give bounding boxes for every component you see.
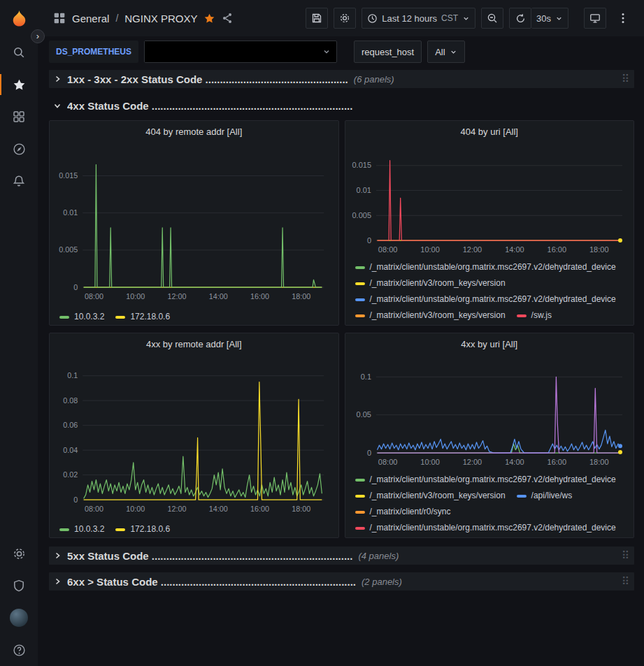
legend-item[interactable]: /_matrix/client/unstable/org.matrix.msc2…	[355, 523, 616, 533]
legend-item[interactable]: /_matrix/client/v3/room_keys/version	[355, 491, 506, 501]
breadcrumb: General / NGINX PROXY	[53, 12, 233, 24]
legend-item[interactable]: /sw.js	[517, 310, 552, 321]
legend-item[interactable]: 172.18.0.6	[115, 524, 170, 535]
sidebar-item-configuration[interactable]	[0, 537, 38, 570]
clock-icon	[367, 13, 378, 24]
legend-item[interactable]: 10.0.3.2	[59, 524, 104, 535]
svg-text:0.04: 0.04	[63, 445, 78, 454]
row-6xx[interactable]: 6xx > Status Code ......................…	[49, 572, 634, 591]
row-panel-count: (4 panels)	[358, 551, 399, 561]
svg-text:08:00: 08:00	[85, 291, 103, 300]
row-panel-count: (6 panels)	[354, 74, 394, 85]
sidebar-item-alerting[interactable]	[0, 165, 38, 197]
sidebar-item-explore[interactable]	[0, 133, 38, 165]
legend-item[interactable]: /_matrix/client/v3/room_keys/version	[355, 278, 506, 289]
sidebar-expand-button[interactable]: ›	[31, 29, 45, 43]
legend-item[interactable]: /_matrix/client/unstable/org.matrix.msc2…	[355, 294, 616, 305]
time-range-label: Last 12 hours	[382, 13, 437, 24]
time-range-picker[interactable]: Last 12 hours CST	[362, 8, 475, 29]
svg-text:0.015: 0.015	[352, 161, 371, 169]
panel-header[interactable]: 4xx by remote addr [All]	[55, 336, 333, 353]
sidebar-item-starred[interactable]	[0, 68, 38, 101]
svg-text:16:00: 16:00	[250, 291, 269, 300]
datasource-variable-label[interactable]: DS_PROMETHEUS	[49, 41, 138, 63]
svg-text:12:00: 12:00	[462, 245, 482, 254]
save-dashboard-button[interactable]	[306, 8, 328, 29]
row-panel-count: (2 panels)	[362, 577, 402, 587]
request-host-variable-value: All	[435, 47, 445, 57]
panel-header[interactable]: 404 by remote addr [All]	[55, 124, 333, 140]
request-host-variable-select[interactable]: All	[427, 41, 464, 63]
datasource-variable-select[interactable]	[144, 41, 337, 63]
legend-item[interactable]: /_matrix/client/unstable/org.matrix.msc2…	[355, 475, 616, 485]
legend-series-label: /sw.js	[531, 310, 552, 321]
dashboard-title[interactable]: NGINX PROXY	[124, 13, 197, 24]
refresh-interval-picker[interactable]: 30s	[531, 8, 568, 29]
svg-text:16:00: 16:00	[250, 504, 269, 512]
panel-header[interactable]: 404 by uri [All]	[351, 124, 629, 140]
row-drag-handle[interactable]: ⠿	[622, 575, 630, 588]
sidebar-item-dashboards[interactable]	[0, 101, 38, 133]
kebab-menu-icon	[622, 13, 624, 24]
svg-text:0.1: 0.1	[67, 371, 78, 379]
svg-text:14:00: 14:00	[209, 504, 228, 512]
legend-item[interactable]: 10.0.3.2	[59, 312, 104, 322]
legend-item[interactable]: /_matrix/client/r0/sync	[355, 507, 451, 517]
dashboard-settings-button[interactable]	[334, 8, 356, 29]
row-1xx-3xx-2xx[interactable]: 1xx - 3xx - 2xx Status Code ............…	[49, 70, 634, 88]
row-title: 4xx Status Code ........................…	[67, 100, 352, 112]
legend-series-label: 172.18.0.6	[130, 524, 170, 535]
svg-text:16:00: 16:00	[547, 458, 566, 466]
chart-legend: 10.0.3.2172.18.0.6	[55, 524, 333, 535]
svg-text:14:00: 14:00	[209, 291, 228, 300]
legend-item[interactable]: 172.18.0.6	[115, 312, 170, 322]
panel-404-by-uri: 404 by uri [All] 00.0050.010.01508:0010:…	[345, 120, 635, 326]
svg-text:10:00: 10:00	[420, 458, 440, 466]
svg-text:14:00: 14:00	[505, 458, 524, 466]
chevron-right-icon	[53, 75, 64, 83]
chevron-down-icon	[322, 48, 331, 56]
zoom-out-time-button[interactable]	[481, 8, 503, 29]
panel-4xx-by-remote-addr: 4xx by remote addr [All] 00.020.040.060.…	[49, 333, 339, 538]
legend-item[interactable]: /_matrix/client/v3/room_keys/version	[355, 310, 506, 321]
row-drag-handle[interactable]: ⠿	[622, 73, 630, 85]
svg-text:16:00: 16:00	[547, 245, 566, 254]
sidebar	[0, 0, 38, 666]
legend-series-color	[115, 528, 125, 531]
time-series-chart[interactable]: 00.0050.010.01508:0010:0012:0014:0016:00…	[55, 152, 334, 303]
legend-item[interactable]: /_matrix/client/unstable/org.matrix.msc2…	[355, 262, 616, 273]
avatar	[10, 609, 28, 627]
legend-series-color	[355, 314, 365, 317]
sidebar-item-server-admin[interactable]	[0, 570, 38, 602]
legend-series-color	[517, 314, 527, 317]
legend-series-color	[355, 527, 365, 530]
more-options-button[interactable]	[612, 8, 634, 29]
breadcrumb-folder[interactable]: General	[72, 13, 109, 24]
chart-legend: /_matrix/client/unstable/org.matrix.msc2…	[351, 262, 629, 321]
svg-text:10:00: 10:00	[126, 291, 145, 300]
time-series-chart[interactable]: 00.0050.010.01508:0010:0012:0014:0016:00…	[351, 147, 629, 256]
share-dashboard-button[interactable]	[222, 13, 233, 24]
star-filled-icon	[203, 13, 215, 24]
time-series-chart[interactable]: 00.050.108:0010:0012:0014:0016:0018:00	[351, 360, 629, 468]
svg-text:0: 0	[366, 449, 371, 457]
svg-text:0: 0	[73, 282, 78, 291]
legend-series-label: /_matrix/client/unstable/org.matrix.msc2…	[370, 475, 616, 485]
row-4xx[interactable]: 4xx Status Code ........................…	[49, 96, 634, 115]
legend-item[interactable]: /api/live/ws	[517, 491, 573, 501]
time-series-chart[interactable]: 00.020.040.060.080.108:0010:0012:0014:00…	[55, 364, 334, 515]
svg-text:0: 0	[366, 236, 371, 245]
refresh-button[interactable]	[509, 8, 531, 29]
legend-series-color	[59, 528, 69, 531]
legend-series-color	[355, 511, 365, 514]
apps-icon	[53, 12, 66, 24]
favorite-star-button[interactable]	[203, 13, 215, 24]
panel-header[interactable]: 4xx by uri [All]	[351, 336, 629, 353]
zoom-out-icon	[487, 13, 498, 24]
row-drag-handle[interactable]: ⠿	[622, 549, 630, 562]
sidebar-item-help[interactable]	[0, 634, 38, 666]
kiosk-mode-button[interactable]	[584, 8, 606, 29]
sidebar-item-profile[interactable]	[0, 602, 38, 634]
save-icon	[311, 13, 322, 24]
row-5xx[interactable]: 5xx Status Code ........................…	[49, 546, 634, 565]
